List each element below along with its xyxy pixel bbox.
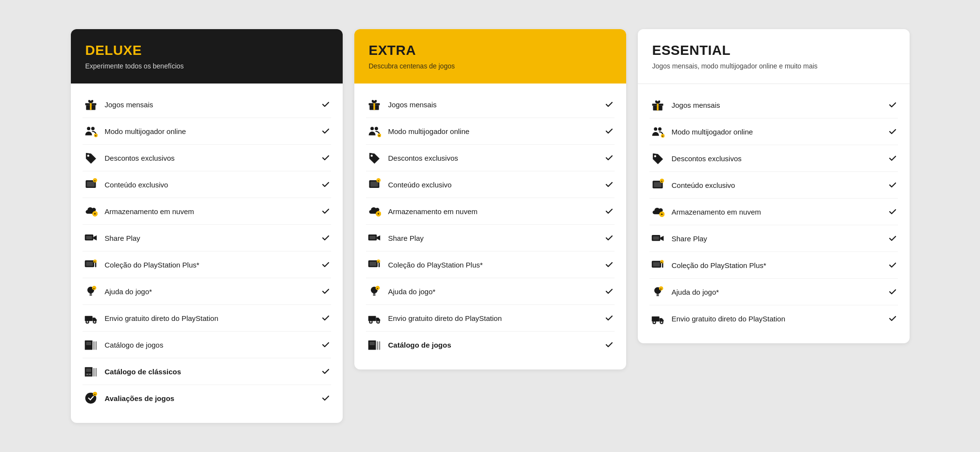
feature-checkmark <box>604 152 615 163</box>
svg-rect-78 <box>377 341 378 350</box>
svg-rect-15 <box>86 236 92 239</box>
deluxe-feature-list: Jogos mensais + Modo multijogador online… <box>83 91 331 411</box>
feature-checkmark <box>320 233 331 243</box>
feature-checkmark <box>320 366 331 377</box>
multiplayer-icon: + <box>649 123 666 140</box>
list-item: Descontos exclusivos <box>649 145 898 172</box>
feature-checkmark <box>320 206 331 217</box>
deluxe-title: DELUXE <box>85 43 328 58</box>
feature-name: Ajuda do jogo* <box>388 287 598 296</box>
collection-icon: + <box>83 256 99 273</box>
svg-rect-33 <box>93 341 95 350</box>
feature-checkmark <box>887 153 898 164</box>
collection-icon: + <box>366 256 382 273</box>
list-item: + Ajuda do jogo* <box>649 279 898 305</box>
svg-rect-32 <box>86 342 91 345</box>
extra-body: Jogos mensais + Modo multijogador online… <box>354 84 626 369</box>
list-item: + Ajuda do jogo* <box>366 278 615 305</box>
svg-rect-22 <box>89 293 92 294</box>
svg-rect-23 <box>89 295 92 296</box>
multiplayer-icon: + <box>366 123 382 139</box>
svg-text:+: + <box>94 179 96 182</box>
svg-text:+: + <box>377 212 380 216</box>
feature-name: Armazenamento em nuvem <box>672 208 881 216</box>
feature-checkmark <box>604 286 615 297</box>
feature-name: Avaliações de jogos <box>105 394 315 402</box>
feature-name: Catálogo de jogos <box>388 341 598 349</box>
svg-point-87 <box>654 155 656 157</box>
svg-text:+: + <box>661 212 663 217</box>
svg-text:+: + <box>660 287 662 290</box>
list-item: + Armazenamento em nuvem <box>649 199 898 225</box>
feature-name: Share Play <box>105 234 315 242</box>
svg-rect-106 <box>651 317 659 322</box>
list-item: + Conteúdo exclusivo <box>83 171 331 198</box>
list-item: + Modo multijogador online <box>366 118 615 145</box>
feature-checkmark <box>320 393 331 403</box>
list-item: Envio gratuito direto do PlayStation <box>83 305 331 332</box>
list-item: Catálogo de jogos <box>366 332 615 358</box>
feature-checkmark <box>604 233 615 243</box>
svg-rect-60 <box>369 236 375 239</box>
feature-name: Armazenamento em nuvem <box>105 207 315 216</box>
list-item: + Modo multijogador online <box>649 118 898 145</box>
svg-rect-82 <box>657 103 659 110</box>
list-item: Share Play <box>649 225 898 252</box>
list-item: + Armazenamento em nuvem <box>366 198 615 225</box>
catalog-icon <box>83 336 99 353</box>
svg-rect-103 <box>656 295 659 296</box>
svg-point-49 <box>374 127 378 130</box>
svg-point-4 <box>91 127 94 130</box>
list-item: Catálogo de jogos <box>83 332 331 358</box>
exclusive-icon: + <box>649 177 666 193</box>
list-item: Envio gratuito direto do PlayStation <box>366 305 615 332</box>
essential-title: ESSENTIAL <box>652 43 895 58</box>
trials-icon: + <box>83 390 99 406</box>
cloud-icon: + <box>83 203 99 219</box>
feature-checkmark <box>887 233 898 244</box>
feature-name: Modo multijogador online <box>388 127 598 135</box>
feature-checkmark <box>604 126 615 136</box>
svg-point-48 <box>370 127 374 130</box>
extra-header: EXTRADescubra centenas de jogos <box>354 29 626 84</box>
card-extra: EXTRADescubra centenas de jogos Jogos me… <box>354 29 626 369</box>
svg-rect-77 <box>369 342 375 345</box>
feature-name: Envio gratuito direto do PlayStation <box>388 314 598 322</box>
feature-checkmark <box>320 99 331 110</box>
feature-name: Descontos exclusivos <box>672 154 881 163</box>
svg-point-7 <box>87 154 89 156</box>
svg-point-3 <box>87 127 90 130</box>
feature-checkmark <box>604 259 615 270</box>
card-deluxe: DELUXEExperimente todos os benefícios Jo… <box>71 29 343 423</box>
cloud-icon: + <box>649 203 666 220</box>
svg-text:+: + <box>661 260 663 264</box>
svg-rect-97 <box>653 262 660 267</box>
svg-rect-79 <box>379 341 380 350</box>
feature-name: Share Play <box>672 234 881 243</box>
hint-icon: + <box>649 284 666 300</box>
list-item: + Armazenamento em nuvem <box>83 198 331 225</box>
list-item: Descontos exclusivos <box>83 145 331 171</box>
extra-feature-list: Jogos mensais + Modo multijogador online… <box>366 91 615 358</box>
svg-rect-17 <box>86 262 93 266</box>
feature-checkmark <box>604 206 615 217</box>
feature-checkmark <box>887 180 898 190</box>
svg-rect-38 <box>95 368 97 377</box>
feature-checkmark <box>887 286 898 297</box>
feature-checkmark <box>887 313 898 324</box>
feature-name: Coleção do PlayStation Plus* <box>672 261 881 269</box>
feature-name: Coleção do PlayStation Plus* <box>388 261 598 269</box>
extra-subtitle: Descubra centenas de jogos <box>369 62 612 70</box>
svg-rect-40 <box>86 374 88 375</box>
list-item: Share Play <box>366 225 615 251</box>
feature-name: Descontos exclusivos <box>105 154 315 162</box>
feature-name: Ajuda do jogo* <box>672 288 881 296</box>
list-item: Share Play <box>83 225 331 251</box>
feature-name: Modo multijogador online <box>672 128 881 136</box>
list-item: Catálogo de clássicos <box>83 358 331 385</box>
feature-name: Coleção do PlayStation Plus* <box>105 261 315 269</box>
tag-icon <box>649 150 666 167</box>
svg-rect-47 <box>373 103 375 110</box>
gift-icon <box>366 96 382 113</box>
feature-checkmark <box>887 126 898 137</box>
